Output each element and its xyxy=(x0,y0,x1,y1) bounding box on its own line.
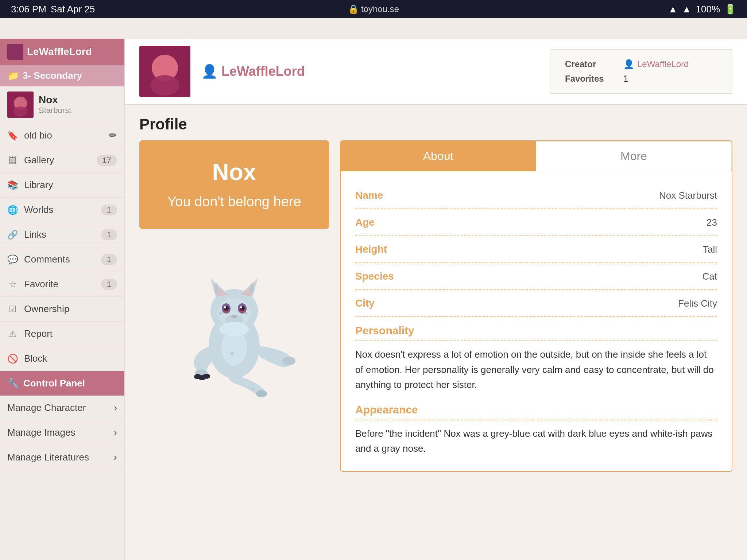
tab-more[interactable]: More xyxy=(536,141,732,171)
links-icon: 🔗 xyxy=(7,230,18,240)
age-label: Age xyxy=(355,217,375,228)
city-value: Felis City xyxy=(678,298,717,309)
char-header: 👤 LeWaffleLord Creator 👤 LeWaffleLord Fa… xyxy=(125,39,747,105)
sidebar-item-comments[interactable]: 💬 Comments 1 xyxy=(0,247,124,272)
creator-label: Creator xyxy=(565,59,616,69)
sidebar-item-links[interactable]: 🔗 Links 1 xyxy=(0,222,124,247)
personality-text: Nox doesn't express a lot of emotion on … xyxy=(355,341,717,396)
url-text: toyhou.se xyxy=(361,4,399,14)
report-label: Report xyxy=(24,328,117,339)
manage-character-arrow: › xyxy=(114,402,117,413)
sidebar-item-old-bio[interactable]: 🔖 old bio ✏ xyxy=(0,123,124,148)
creator-value[interactable]: 👤 LeWaffleLord xyxy=(623,59,689,69)
sidebar-item-report[interactable]: ⚠ Report xyxy=(0,322,124,346)
creator-person-icon: 👤 xyxy=(623,59,634,69)
species-label: Species xyxy=(355,271,394,282)
sidebar-item-block[interactable]: 🚫 Block xyxy=(0,346,124,371)
sidebar-item-library[interactable]: 📚 Library xyxy=(0,173,124,198)
control-panel-header: 🔧 Control Panel xyxy=(0,371,124,396)
sidebar-manage-literatures[interactable]: Manage Literatures › xyxy=(0,445,124,470)
person-icon-header: 👤 xyxy=(201,64,218,79)
status-right: ▲ ▲ 100% 🔋 xyxy=(668,4,736,15)
height-label: Height xyxy=(355,244,387,255)
gallery-icon: 🖼 xyxy=(7,155,18,166)
char-meta-creator-row: Creator 👤 LeWaffleLord xyxy=(565,57,717,71)
name-label: Name xyxy=(355,190,383,201)
manage-literatures-arrow: › xyxy=(114,452,117,463)
url-bar-inline: 🔒 toyhou.se xyxy=(348,4,399,14)
personality-header: Personality xyxy=(355,317,717,341)
favorites-value: 1 xyxy=(623,74,628,84)
gallery-badge: 17 xyxy=(97,155,117,166)
svg-text:✦: ✦ xyxy=(243,310,249,317)
info-row-age: Age 23 xyxy=(355,209,717,236)
main-content: 👤 LeWaffleLord Creator 👤 LeWaffleLord Fa… xyxy=(125,39,747,560)
sidebar-item-ownership[interactable]: ☑ Ownership xyxy=(0,297,124,322)
sidebar-user[interactable]: LeWaffleLord xyxy=(0,39,124,65)
svg-point-31 xyxy=(282,357,295,365)
svg-point-2 xyxy=(13,106,28,117)
info-row-height: Height Tall xyxy=(355,236,717,263)
orange-box: Nox You don't belong here xyxy=(139,140,329,229)
worlds-label: Worlds xyxy=(24,204,95,215)
wifi-icon: ▲ xyxy=(668,4,678,15)
sidebar-item-favorite[interactable]: ☆ Favorite 1 xyxy=(0,272,124,297)
tab-about[interactable]: About xyxy=(341,141,536,171)
library-icon: 📚 xyxy=(7,180,18,190)
comments-badge: 1 xyxy=(101,254,117,265)
signal-icon: ▲ xyxy=(682,4,692,15)
lock-icon: 🔒 xyxy=(348,4,359,14)
appearance-header: Appearance xyxy=(355,396,717,420)
char-header-avatar xyxy=(139,46,190,97)
profile-body: Nox You don't belong here xyxy=(125,140,747,486)
links-badge: 1 xyxy=(101,229,117,240)
sidebar-manage-character[interactable]: Manage Character › xyxy=(0,396,124,420)
orange-box-subtitle: You don't belong here xyxy=(150,193,318,211)
height-value: Tall xyxy=(703,244,717,255)
svg-text:✦: ✦ xyxy=(229,349,235,358)
manage-character-label: Manage Character xyxy=(7,402,86,413)
status-bar: 3:06 PM Sat Apr 25 🔒 toyhou.se ▲ ▲ 100% … xyxy=(0,0,747,18)
creator-name: LeWaffleLord xyxy=(637,59,689,69)
sidebar-folder[interactable]: 📁 3- Secondary xyxy=(0,65,124,86)
folder-icon: 📁 xyxy=(7,70,19,81)
sidebar-character[interactable]: Nox Starburst xyxy=(0,86,124,123)
manage-images-label: Manage Images xyxy=(7,427,75,438)
orange-box-title: Nox xyxy=(150,159,318,186)
sidebar-char-name: Nox xyxy=(39,94,71,106)
svg-point-5 xyxy=(150,75,179,96)
profile-right: About More Name Nox Starburst Age 23 Hei… xyxy=(340,140,732,472)
name-value: Nox Starburst xyxy=(659,190,717,201)
svg-point-20 xyxy=(222,309,230,313)
profile-tabs: About More xyxy=(341,141,732,171)
sidebar-item-gallery[interactable]: 🖼 Gallery 17 xyxy=(0,148,124,173)
appearance-text: Before "the incident" Nox was a grey-blu… xyxy=(355,420,717,460)
char-meta: Creator 👤 LeWaffleLord Favorites 1 xyxy=(550,49,732,94)
status-time: 3:06 PM Sat Apr 25 xyxy=(11,4,95,15)
page-wrapper: LeWaffleLord 📁 3- Secondary Nox Starburs… xyxy=(0,0,747,560)
worlds-icon: 🌐 xyxy=(7,205,18,215)
info-row-species: Species Cat xyxy=(355,263,717,290)
battery-icon: 🔋 xyxy=(724,4,736,15)
ownership-icon: ☑ xyxy=(7,304,18,314)
edit-icon[interactable]: ✏ xyxy=(109,130,117,141)
worlds-badge: 1 xyxy=(101,205,117,215)
svg-point-30 xyxy=(203,374,210,379)
library-label: Library xyxy=(24,179,117,191)
character-illustration: ✦ ✦ xyxy=(161,244,307,397)
favorites-label: Favorites xyxy=(565,74,616,84)
old-bio-label: old bio xyxy=(24,130,103,141)
sidebar-folder-label: 3- Secondary xyxy=(23,70,82,81)
profile-left: Nox You don't belong here xyxy=(139,140,329,472)
profile-title: Profile xyxy=(125,105,747,140)
sidebar: LeWaffleLord 📁 3- Secondary Nox Starburs… xyxy=(0,39,125,560)
date-display: Sat Apr 25 xyxy=(51,4,95,15)
sidebar-item-worlds[interactable]: 🌐 Worlds 1 xyxy=(0,198,124,222)
wrench-icon: 🔧 xyxy=(7,378,19,389)
report-icon: ⚠ xyxy=(7,329,18,339)
svg-text:✦: ✦ xyxy=(251,386,255,392)
ownership-label: Ownership xyxy=(24,303,117,315)
svg-text:✦: ✦ xyxy=(218,310,223,317)
comments-icon: 💬 xyxy=(7,254,18,265)
sidebar-manage-images[interactable]: Manage Images › xyxy=(0,420,124,445)
